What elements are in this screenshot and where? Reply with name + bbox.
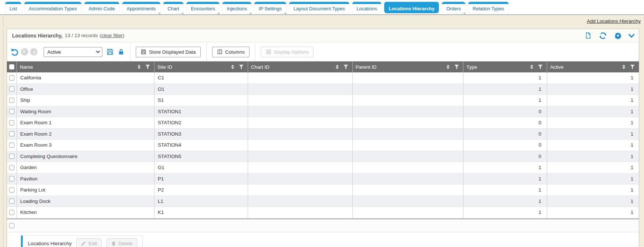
cell-chart_id: [248, 185, 353, 196]
edit-label: Edit: [88, 241, 97, 246]
table-row[interactable]: KitchenK111: [7, 207, 639, 218]
tab-encounters[interactable]: Encounters: [186, 2, 219, 13]
filter-select[interactable]: Active: [44, 47, 102, 57]
cell-site_id: K1: [154, 207, 248, 218]
row-checkbox[interactable]: [9, 98, 14, 103]
sort-up-arrow: [622, 65, 625, 67]
row-checkbox[interactable]: [9, 210, 14, 215]
tab-label: Orders: [442, 4, 465, 13]
nav-back-button[interactable]: [21, 48, 28, 56]
settings-gear-icon[interactable]: [614, 32, 622, 39]
filter-funnel-icon[interactable]: [239, 65, 244, 69]
tab-ip-settings[interactable]: IP Settings: [254, 2, 286, 13]
cell-chart_id: [248, 173, 353, 185]
cell-chart_id: [248, 117, 353, 128]
row-checkbox-cell: [7, 129, 17, 140]
sort-down-arrow: [622, 67, 625, 69]
columns-button[interactable]: Columns: [212, 47, 250, 57]
row-checkbox-cell: [7, 196, 17, 207]
records-count: 13 / 13 records: [65, 33, 98, 38]
page-edge-divider: [3, 16, 3, 247]
row-checkbox[interactable]: [9, 154, 14, 159]
store-displayed-data-button[interactable]: Store Displayed Data: [136, 47, 201, 57]
save-view-icon[interactable]: [106, 48, 114, 56]
tab-locations[interactable]: Locations: [352, 2, 382, 13]
table-row[interactable]: Loading DockL111: [7, 196, 639, 207]
column-header-site_id[interactable]: Site ID: [154, 61, 248, 72]
sort-icon[interactable]: [336, 65, 339, 69]
edit-button[interactable]: Edit: [76, 238, 101, 247]
undo-icon[interactable]: [11, 48, 19, 56]
cell-chart_id: [248, 196, 353, 207]
row-checkbox[interactable]: [9, 143, 14, 148]
add-locations-hierarchy-link[interactable]: Add Locations Hierarchy: [587, 18, 641, 24]
table-row[interactable]: Waiting RoomSTATION101: [7, 106, 639, 118]
filter-funnel-icon[interactable]: [343, 65, 348, 69]
footer-checkbox[interactable]: [9, 223, 14, 228]
cell-name: Office: [17, 84, 154, 95]
column-header-parent_id[interactable]: Parent ID: [353, 61, 463, 72]
clear-filter-link[interactable]: clear filter: [101, 33, 123, 38]
tab-orders[interactable]: Orders: [442, 2, 465, 13]
row-checkbox[interactable]: [9, 75, 14, 80]
cell-parent_id: [353, 106, 463, 117]
cell-parent_id: [353, 95, 463, 106]
row-checkbox[interactable]: [9, 109, 14, 114]
tab-accommodation-types[interactable]: Accommodation Types: [24, 2, 81, 13]
tab-label: Locations Hierarchy: [384, 4, 439, 13]
column-header-active[interactable]: Active: [547, 61, 639, 72]
row-checkbox[interactable]: [9, 187, 14, 193]
filter-funnel-icon[interactable]: [145, 65, 150, 69]
select-all-checkbox[interactable]: [9, 64, 14, 69]
columns-label: Columns: [225, 49, 245, 55]
delete-button[interactable]: Delete: [106, 238, 137, 247]
tab-appointments[interactable]: Appointments: [122, 2, 160, 13]
row-checkbox[interactable]: [9, 120, 14, 125]
sort-icon[interactable]: [138, 65, 141, 69]
new-document-icon[interactable]: [585, 32, 592, 39]
collapse-chevron-icon[interactable]: [629, 33, 634, 38]
column-header-chart_id[interactable]: Chart ID: [248, 61, 353, 72]
tab-chart[interactable]: Chart: [163, 2, 184, 13]
table-row[interactable]: Completing QuestionnaireSTATION501: [7, 151, 639, 162]
table-row[interactable]: Exam Room 3STATION401: [7, 140, 639, 151]
row-checkbox[interactable]: [9, 165, 14, 170]
table-row[interactable]: Parking LotP211: [7, 185, 639, 196]
table-row[interactable]: GardenG111: [7, 162, 639, 173]
table-row[interactable]: OfficeO111: [7, 84, 639, 95]
tab-locations-hierarchy[interactable]: Locations Hierarchy: [384, 2, 439, 13]
tab-injections[interactable]: Injections: [222, 2, 251, 13]
filter-funnel-icon[interactable]: [630, 65, 635, 69]
column-header-name[interactable]: Name: [17, 61, 154, 72]
tab-relation-types[interactable]: Relation Types: [468, 2, 509, 13]
filter-funnel-icon[interactable]: [538, 65, 543, 69]
refresh-icon[interactable]: [599, 32, 607, 39]
tab-layout-document-types[interactable]: Layout Document Types: [289, 2, 349, 13]
pencil-icon: [81, 241, 86, 246]
filter-funnel-icon[interactable]: [454, 65, 459, 69]
table-row[interactable]: CaliforniaC111: [7, 72, 639, 84]
row-checkbox-cell: [7, 173, 17, 185]
toolbar-separator: [130, 42, 130, 61]
column-header-type[interactable]: Type: [463, 61, 547, 72]
row-checkbox[interactable]: [9, 198, 14, 204]
cell-type: 0: [463, 117, 547, 128]
display-options-button[interactable]: Display Options: [261, 47, 314, 57]
table-row[interactable]: Exam Room 2STATION301: [7, 129, 639, 140]
sort-icon[interactable]: [622, 65, 625, 69]
cell-parent_id: [353, 140, 463, 151]
tab-list[interactable]: List: [5, 2, 21, 13]
table-row[interactable]: ShipS111: [7, 95, 639, 106]
sort-icon[interactable]: [530, 65, 533, 69]
tab-admin-code[interactable]: Admin Code: [84, 2, 120, 13]
sort-icon[interactable]: [231, 65, 234, 69]
row-checkbox[interactable]: [9, 131, 14, 136]
cell-parent_id: [353, 207, 463, 218]
table-row[interactable]: PavilionP111: [7, 173, 639, 185]
nav-forward-button[interactable]: [30, 48, 37, 56]
sort-icon[interactable]: [447, 65, 450, 69]
table-row[interactable]: Exam Room 1STATION201: [7, 117, 639, 129]
lock-icon[interactable]: [118, 49, 124, 55]
row-checkbox[interactable]: [9, 86, 14, 92]
row-checkbox[interactable]: [9, 176, 14, 181]
